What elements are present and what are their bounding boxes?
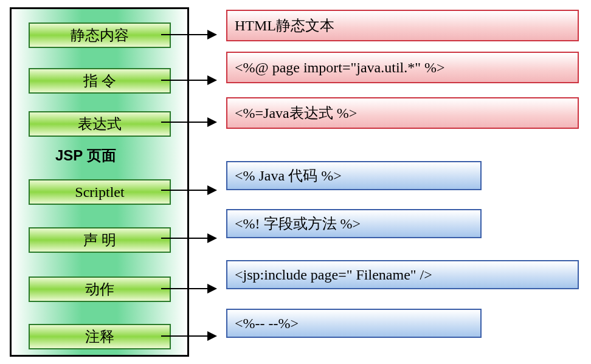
right-declaration: <%! 字段或方法 %> xyxy=(226,209,482,238)
jsp-title: JSP 页面 xyxy=(55,146,116,165)
arrow-icon xyxy=(161,80,216,81)
right-scriptlet: <% Java 代码 %> xyxy=(226,161,482,190)
jsp-container: JSP 页面 静态内容 指 令 表达式 Scriptlet 声 明 动作 注释 xyxy=(10,7,189,357)
arrow-icon xyxy=(161,34,216,35)
right-directive: <%@ page import="java.util.*" %> xyxy=(226,52,579,83)
left-static-content: 静态内容 xyxy=(29,22,171,48)
left-directive: 指 令 xyxy=(29,68,171,94)
right-static-content: HTML静态文本 xyxy=(226,10,579,41)
left-comment: 注释 xyxy=(29,324,171,349)
left-scriptlet: Scriptlet xyxy=(29,179,171,205)
right-expression: <%=Java表达式 %> xyxy=(226,97,579,129)
right-action: <jsp:include page=" Filename" /> xyxy=(226,260,579,289)
right-comment: <%-- --%> xyxy=(226,309,482,338)
arrow-icon xyxy=(161,190,216,191)
arrow-icon xyxy=(161,335,216,337)
arrow-icon xyxy=(161,238,216,239)
arrow-icon xyxy=(161,288,216,289)
left-declaration: 声 明 xyxy=(29,227,171,253)
left-action: 动作 xyxy=(29,276,171,302)
arrow-icon xyxy=(161,122,216,123)
left-expression: 表达式 xyxy=(29,111,171,137)
